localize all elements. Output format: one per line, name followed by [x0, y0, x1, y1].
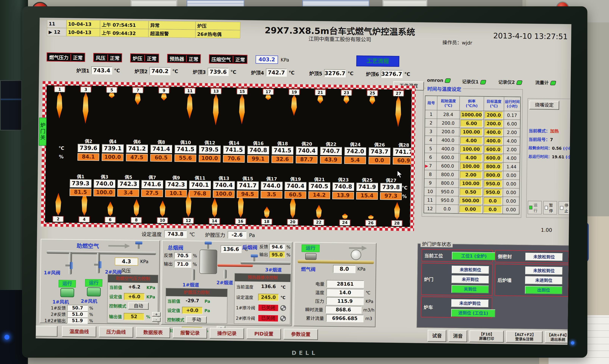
schedule-row[interactable]: 4400.04.00400.04.00 — [425, 136, 520, 145]
system-button[interactable]: 【ALT+F2】登录&注销 — [506, 331, 543, 343]
burner-number-tag: 25 — [367, 90, 378, 96]
thermocouple-label: 偶4 — [102, 138, 123, 144]
setpoint-cell[interactable]: 800.0 — [484, 163, 502, 170]
setpoint-cell[interactable]: 100.00 — [460, 180, 482, 187]
setpoint-cell[interactable]: 100.00 — [460, 145, 482, 153]
control-setpoint[interactable]: +0.0 — [182, 307, 202, 314]
valve1-label: 1#风阀 — [44, 269, 60, 276]
setpoint-cell[interactable]: 600.0 — [484, 154, 503, 162]
schedule-row[interactable]: 3200.0100.00400.02.00 — [425, 127, 520, 137]
setpoint-cell[interactable]: 500.00 — [460, 197, 482, 204]
schedule-row[interactable]: 128.41000.00200.00.17 — [425, 110, 520, 120]
alarm-row-number: ▶ 12 — [47, 28, 66, 36]
control-setpoint[interactable]: +6.0 — [124, 293, 145, 300]
alarm-source: 26#热电偶 — [195, 30, 240, 39]
bottom-button[interactable]: 数据报表 — [136, 327, 170, 338]
control-row: 控制模式手动 — [166, 315, 227, 325]
duct1-label: 1#烟道 — [183, 281, 199, 288]
total-label: 总运行时间： — [529, 154, 552, 159]
pause-button[interactable]: 暂停 — [543, 201, 557, 215]
schedule-row[interactable]: 6600.04.00600.04.00 — [424, 153, 520, 163]
status-badge-label: 燃气压力 — [49, 53, 68, 61]
door-status-box: 当前工位工位1 (全炉) — [422, 249, 493, 262]
thermocouple-label: 偶22 — [320, 140, 342, 147]
duct2-label: 2#烟道 — [216, 279, 233, 286]
thermocouple-output: 55.6 — [174, 154, 196, 162]
setpoint-cell[interactable]: 100.00 — [460, 163, 482, 170]
preheat-setpoint[interactable]: 245.0 — [258, 294, 278, 301]
unit-percent: % — [59, 154, 64, 159]
system-button[interactable]: 【Alt+F4】退出系统 — [545, 331, 571, 343]
setpoint-cell[interactable]: 200.0 — [485, 120, 503, 127]
setpoint-cell[interactable]: 950.0 — [484, 189, 502, 196]
button-line: 屏幕打印 — [470, 336, 503, 341]
thermocouple-label: 偶20 — [296, 140, 318, 147]
status-badge-label: 预热器 — [170, 55, 184, 62]
stop-button[interactable]: 停止 — [558, 201, 571, 215]
schedule-row[interactable]: 120.00.000.00.00 — [424, 204, 519, 214]
gas-row-unit: m3/h — [363, 308, 374, 312]
setpoint-cell[interactable]: 200.0 — [485, 112, 503, 119]
decrement-button[interactable]: - — [152, 317, 161, 322]
status-badge-label: 压缩空气 — [212, 55, 231, 63]
system-button[interactable]: 【F10】屏幕打印 — [469, 330, 504, 343]
setpoint-cell[interactable]: 1000.00 — [461, 111, 482, 118]
gas-row-value: 6966.685 — [326, 314, 363, 322]
bottom-button[interactable]: 参数设置 — [284, 329, 318, 340]
alarm-table[interactable]: 1110-04-13上午 07:54:51异常炉压▶ 1210-04-13上午 … — [47, 20, 240, 39]
setpoint-cell[interactable]: 400.0 — [484, 129, 503, 136]
control-mode-button[interactable]: 自动 — [128, 302, 149, 310]
schedule-header-row: 段号起始温度(℃)斜率(℃/h)目标温度(℃)运行时间(小时) — [425, 96, 521, 111]
schedule-table[interactable]: 段号起始温度(℃)斜率(℃/h)目标温度(℃)运行时间(小时)128.41000… — [424, 95, 521, 214]
burner-number-tag: 3 — [80, 87, 91, 92]
setpoint-cell[interactable]: 2.00 — [460, 171, 482, 179]
alarm-row-number: 11 — [47, 20, 66, 28]
setpoint-cell[interactable]: 600.0 — [484, 146, 503, 153]
bottom-button[interactable]: 报警记录 — [173, 327, 207, 338]
setpoint-cell[interactable]: 0.00 — [459, 206, 481, 213]
bottom-button[interactable]: 压力曲线 — [99, 326, 133, 338]
bottom-button-cropped[interactable] — [36, 325, 58, 337]
setpoint-cell[interactable]: 4.00 — [460, 137, 482, 144]
control-setpoint[interactable]: 52 — [124, 313, 144, 320]
valve-icon — [134, 241, 143, 249]
burner-setting-button[interactable]: 烧嘴设定 — [529, 101, 559, 110]
bottom-button[interactable]: 温度曲线 — [62, 326, 96, 337]
setpoint-cell[interactable]: 400.0 — [484, 137, 503, 144]
setpoint-cell[interactable]: 100.00 — [460, 128, 482, 136]
schedule-cell: 500.00 — [458, 196, 483, 205]
schedule-cell: 3 — [425, 127, 437, 136]
setpoint-cell[interactable]: 950.0 — [484, 180, 502, 187]
schedule-row[interactable]: 10950.00.50950.00.00 — [424, 187, 519, 197]
bottom-button[interactable]: 操作记录 — [210, 328, 244, 339]
schedule-row[interactable]: ▶7600.0100.00800.01.44 — [424, 161, 520, 171]
setpoint-cell[interactable]: 0.50 — [460, 188, 482, 195]
flow-arrow-icon — [108, 245, 129, 247]
run-control-buttons: 运行 暂停 停止 — [528, 201, 571, 215]
system-button[interactable]: 试音 — [428, 330, 447, 342]
schedule-row[interactable]: 11950.0500.000.00.00 — [424, 196, 519, 206]
setpoint-cell[interactable]: 4.00 — [460, 154, 482, 161]
schedule-row[interactable]: 2200.06.00200.06.00 — [425, 119, 520, 128]
increment-button[interactable]: + — [152, 312, 161, 317]
thermocouple-label: 偶18 — [272, 140, 293, 147]
roof-temp-label: 炉顶1 — [76, 67, 90, 74]
burner-number-tag: 5 — [106, 87, 117, 93]
process-flow-button[interactable]: 工艺流程 — [356, 55, 399, 67]
setpoint-cell[interactable]: 6.00 — [461, 120, 482, 127]
schedule-row[interactable]: 5400.0100.00600.02.00 — [425, 144, 520, 154]
preheat-row: 2#掺冷阀已关闭 — [234, 313, 290, 324]
schedule-row[interactable]: 9800.0100.00950.00.00 — [424, 179, 520, 188]
run-button[interactable]: 运行 — [528, 201, 542, 214]
setpoint-cell[interactable]: 0.0 — [483, 206, 502, 213]
setpoint-cell[interactable]: 800.0 — [484, 171, 502, 179]
schedule-cell: 200.0 — [484, 111, 504, 119]
rear-out-unit: % — [286, 252, 291, 257]
alarm-time: 上午 09:44:32 — [100, 28, 148, 37]
system-button[interactable]: 消音 — [449, 330, 467, 342]
setpoint-cell[interactable]: 0.0 — [484, 197, 502, 205]
schedule-row[interactable]: 8800.02.00800.00.00 — [424, 170, 520, 180]
control-mode-button[interactable]: 手动 — [186, 316, 207, 323]
bottom-button[interactable]: PID设置 — [247, 328, 281, 339]
thermocouple-label: 偶17 — [261, 175, 282, 182]
